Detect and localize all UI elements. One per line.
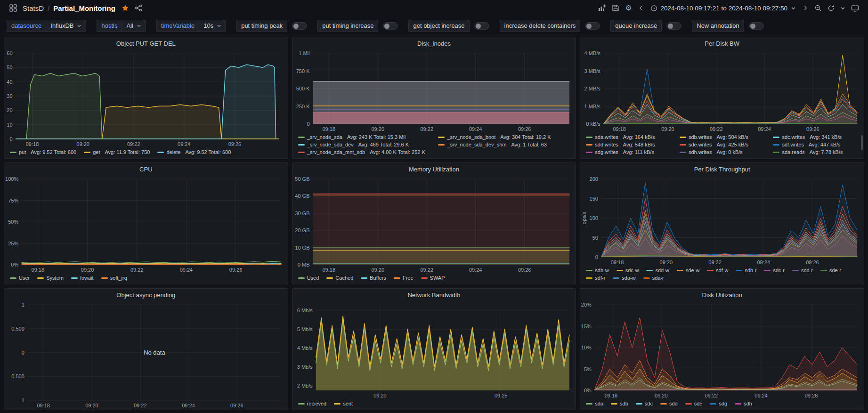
legend-item-delete[interactable]: deleteAvg: 9.52 Total: 600 xyxy=(157,148,231,156)
legend-item-SWAP[interactable]: SWAP xyxy=(421,274,445,282)
panel-header[interactable]: Per Disk Throughput xyxy=(580,163,864,174)
legend-item-sda-r[interactable]: sda-r xyxy=(643,274,664,282)
time-series-chart[interactable]: 2 Mb/s3 Mb/s4 Mb/s5 Mb/s6 Mb/s09:2009:25 xyxy=(292,300,576,400)
share-button[interactable] xyxy=(132,2,145,14)
legend-item-Buffers[interactable]: Buffers xyxy=(361,274,386,282)
legend-item-sde.writes[interactable]: sde.writesAvg: 425 kB/s xyxy=(680,141,765,148)
panel-header[interactable]: Network Bandwidth xyxy=(292,289,576,300)
variable-datasource-picker[interactable]: InfluxDB xyxy=(46,20,86,32)
chevron-down-icon xyxy=(217,24,221,28)
time-series-plot[interactable]: 05010015020009:1809:2009:2209:2409:26ops… xyxy=(580,174,864,267)
legend-item-_srv_node_sda_dev_shm[interactable]: _srv_node_sda_dev_shmAvg: 1 Total: 63 xyxy=(438,141,570,148)
legend-item-_srv_node_sda[interactable]: _srv_node_sdaAvg: 243 K Total: 15.3 Mil xyxy=(298,133,430,141)
dashboards-button[interactable] xyxy=(7,2,20,14)
legend-item-_srv_node_sda_mnt_sdb[interactable]: _srv_node_sda_mnt_sdbAvg: 4.00 K Total: … xyxy=(298,148,430,156)
legend-item-Cached[interactable]: Cached xyxy=(326,274,353,282)
legend-item-sdc-r[interactable]: sdc-r xyxy=(764,267,784,274)
breadcrumb-dashboard[interactable]: Partial_Monitoring xyxy=(53,4,115,12)
legend-item-put[interactable]: putAvg: 9.52 Total: 600 xyxy=(10,148,76,156)
time-series-plot[interactable]: 2 Mb/s3 Mb/s4 Mb/s5 Mb/s6 Mb/s09:2009:25 xyxy=(292,300,576,400)
put-timing-peak-switch[interactable] xyxy=(292,22,307,30)
legend-item-sdc-w[interactable]: sdc-w xyxy=(617,267,639,274)
legend-item-sdh[interactable]: sdh xyxy=(735,400,752,407)
panel-header[interactable]: Per Disk BW xyxy=(580,37,864,49)
time-series-plot[interactable]: 0 kB/s1 MB/s2 MB/s3 MB/s4 MB/s09:1809:20… xyxy=(580,49,864,133)
time-series-plot[interactable]: 0 MB10 GB20 GB30 GB40 GB50 GB09:1809:200… xyxy=(292,174,576,274)
legend-item-sdf.writes[interactable]: sdf.writesAvg: 447 kB/s xyxy=(773,141,858,148)
legend-item-sent[interactable]: sent xyxy=(334,400,353,407)
legend-item-sdb-r[interactable]: sdb-r xyxy=(736,267,756,274)
time-series-chart[interactable]: 0%5%10%15%20%09:1809:2009:2209:2409:26 xyxy=(580,300,864,400)
breadcrumb-folder[interactable]: StatsD xyxy=(23,4,44,12)
variable-timevariable-picker[interactable]: 10s xyxy=(199,20,226,32)
legend-item-sde-w[interactable]: sde-w xyxy=(677,267,699,274)
put-timing-increase-switch[interactable] xyxy=(383,22,398,30)
refresh-button[interactable] xyxy=(825,3,837,14)
legend-item-sdf-w[interactable]: sdf-w xyxy=(707,267,728,274)
time-series-chart[interactable]: 0 kB/s1 MB/s2 MB/s3 MB/s4 MB/s09:1809:20… xyxy=(580,49,864,133)
panel-header[interactable]: Object async pending xyxy=(4,289,288,300)
legend-item-recieved[interactable]: recieved xyxy=(298,400,327,407)
time-series-plot[interactable]: 0250 K500 K750 K1 Mil09:1809:2009:2209:2… xyxy=(292,49,576,133)
legend-item-sdd[interactable]: sdd xyxy=(660,400,678,407)
legend-item-Free[interactable]: Free xyxy=(394,274,414,282)
legend-item-sdg[interactable]: sdg xyxy=(710,400,727,407)
legend-item-sde[interactable]: sde xyxy=(685,400,703,407)
time-picker-button[interactable]: 2024-08-10 09:17:21 to 2024-08-10 09:27:… xyxy=(648,2,799,14)
legend-item-sdf-r[interactable]: sdf-r xyxy=(586,274,605,282)
time-series-plot[interactable]: 0%25%50%75%100%09:1809:2009:2209:2409:26 xyxy=(4,174,288,274)
time-series-chart[interactable]: 0%25%50%75%100%09:1809:2009:2209:2409:26 xyxy=(4,174,288,274)
legend-item-sda.reads[interactable]: sda.readsAvg: 7.78 kB/s xyxy=(773,148,858,156)
new-annotation-switch[interactable] xyxy=(749,22,764,30)
dashboard-settings-button[interactable]: ⚙ xyxy=(623,2,634,14)
legend-item-Iowait[interactable]: Iowait xyxy=(71,274,94,282)
refresh-interval-button[interactable] xyxy=(838,4,848,13)
panel-header[interactable]: Disk_inodes xyxy=(292,37,576,49)
panel-header[interactable]: CPU xyxy=(4,163,288,174)
time-shift-forward-button[interactable] xyxy=(800,3,811,13)
legend-item-sde-r[interactable]: sde-r xyxy=(820,267,841,274)
legend-item-sda.writes[interactable]: sda.writesAvg: 164 kB/s xyxy=(586,133,671,141)
legend-scrollbar[interactable] xyxy=(861,135,863,150)
legend-item-soft_irq[interactable]: soft_irq xyxy=(101,274,127,282)
save-dashboard-button[interactable] xyxy=(609,2,622,14)
legend-item-sda-w[interactable]: sda-w xyxy=(613,274,635,282)
legend-item-_srv_node_sda_dev[interactable]: _srv_node_sda_devAvg: 469 Total: 29.6 K xyxy=(298,141,430,148)
legend-item-sda[interactable]: sda xyxy=(586,400,603,407)
legend-item-sdh.writes[interactable]: sdh.writesAvg: 0 kB/s xyxy=(680,148,765,156)
time-series-plot[interactable]: 0%5%10%15%20%09:1809:2009:2209:2409:26 xyxy=(580,300,864,400)
legend-item-sdd.writes[interactable]: sdd.writesAvg: 548 kB/s xyxy=(586,141,671,148)
time-series-chart[interactable]: 0 MB10 GB20 GB30 GB40 GB50 GB09:1809:200… xyxy=(292,174,576,274)
time-series-plot[interactable]: -1-0.50000.500109:1809:2009:2209:2409:26… xyxy=(4,300,288,410)
time-series-chart[interactable]: 05010015020009:1809:2009:2209:2409:26ops… xyxy=(580,174,864,267)
legend-item-sdg.writes[interactable]: sdg.writesAvg: 111 kB/s xyxy=(586,148,671,156)
variable-hostls-picker[interactable]: All xyxy=(122,20,146,32)
add-panel-button[interactable] xyxy=(595,2,608,14)
time-series-plot[interactable]: 010203040506009:1809:2009:2209:2409:26 xyxy=(4,49,288,148)
time-shift-back-button[interactable] xyxy=(635,3,647,13)
legend-item-Used[interactable]: Used xyxy=(298,274,319,282)
get-object-increase-switch[interactable] xyxy=(474,22,489,30)
panel-header[interactable]: Disk Utilization xyxy=(580,289,864,300)
legend-item-sdb.writes[interactable]: sdb.writesAvg: 504 kB/s xyxy=(680,133,765,141)
time-series-chart[interactable]: -1-0.50000.500109:1809:2009:2209:2409:26… xyxy=(4,300,288,410)
favorite-button[interactable] xyxy=(119,2,131,14)
legend-item-User[interactable]: User xyxy=(10,274,30,282)
kiosk-mode-button[interactable] xyxy=(849,2,861,14)
legend-item-_srv_node_sda_boot[interactable]: _srv_node_sda_bootAvg: 304 Total: 19.2 K xyxy=(438,133,570,141)
panel-header[interactable]: Object PUT GET DEL xyxy=(4,37,288,49)
panel-header[interactable]: Memory Utilization xyxy=(292,163,576,174)
legend-item-sdd-w[interactable]: sdd-w xyxy=(646,267,669,274)
legend-item-sdd-r[interactable]: sdd-r xyxy=(792,267,813,274)
time-series-chart[interactable]: 0250 K500 K750 K1 Mil09:1809:2009:2209:2… xyxy=(292,49,576,133)
legend-item-sdc[interactable]: sdc xyxy=(636,400,653,407)
legend-item-sdb-w[interactable]: sdb-w xyxy=(586,267,608,274)
increase-delete-containers-switch[interactable] xyxy=(585,22,600,30)
queue-increase-switch[interactable] xyxy=(666,22,681,30)
time-series-chart[interactable]: 010203040506009:1809:2009:2209:2409:26 xyxy=(4,49,288,148)
zoom-out-button[interactable] xyxy=(812,2,824,14)
legend-item-sdc.writes[interactable]: sdc.writesAvg: 341 kB/s xyxy=(773,133,858,141)
legend-item-sdb[interactable]: sdb xyxy=(611,400,628,407)
legend-item-System[interactable]: System xyxy=(37,274,64,282)
legend-item-get[interactable]: getAvg: 11.9 Total: 750 xyxy=(84,148,150,156)
